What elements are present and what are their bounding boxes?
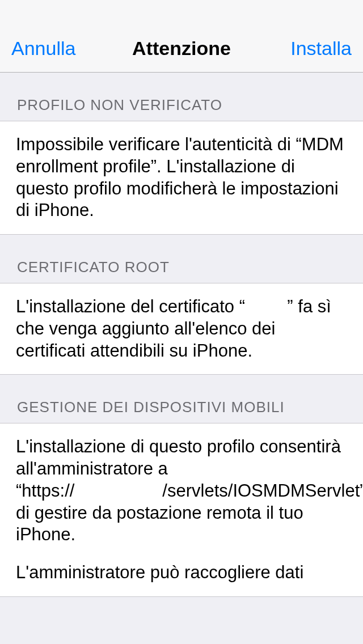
mdm-text-1: L'installazione di questo profilo consen…	[16, 436, 347, 546]
install-button[interactable]: Installa	[290, 37, 352, 60]
section-body-mdm: L'installazione di questo profilo consen…	[0, 423, 363, 597]
section-header-unverified: PROFILO NON VERIFICATO	[0, 73, 363, 121]
cancel-button[interactable]: Annulla	[11, 37, 75, 60]
navbar: Annulla Attenzione Installa	[0, 0, 363, 73]
unverified-text: Impossibile verificare l'autenticità di …	[16, 134, 347, 222]
section-body-unverified: Impossibile verificare l'autenticità di …	[0, 121, 363, 235]
root-text: L'installazione del certificato “ ” fa s…	[16, 296, 347, 362]
mdm-text-2: L'amministratore può raccogliere dati	[16, 562, 347, 584]
section-header-mdm: GESTIONE DEI DISPOSITIVI MOBILI	[0, 375, 363, 423]
section-body-root: L'installazione del certificato “ ” fa s…	[0, 283, 363, 375]
content-scroll[interactable]: PROFILO NON VERIFICATO Impossibile verif…	[0, 73, 363, 644]
section-header-root: CERTIFICATO ROOT	[0, 235, 363, 283]
